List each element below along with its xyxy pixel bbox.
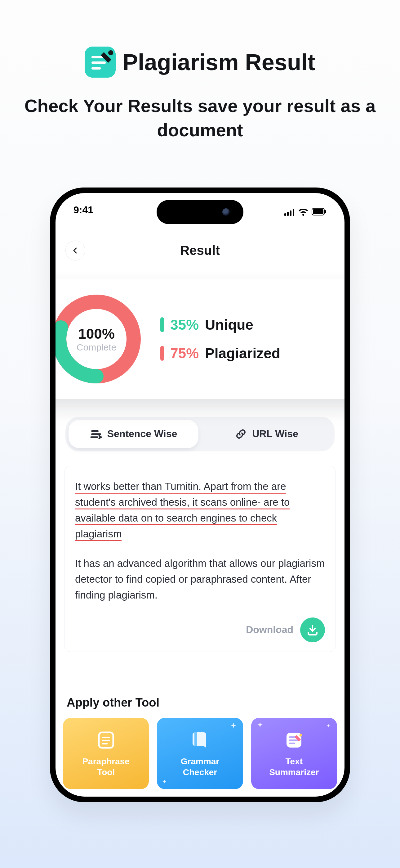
tool-summarizer[interactable]: Text Summarizer [251, 718, 337, 789]
plagiarized-bar-icon [160, 346, 164, 361]
flagged-text: It works better than Turnitin. Apart fro… [75, 480, 286, 494]
tab-url-label: URL Wise [252, 428, 298, 440]
battery-icon [312, 207, 327, 214]
phone-screen: 9:41 Result [56, 193, 344, 797]
svg-rect-3 [92, 67, 101, 69]
page-title: Result [180, 243, 220, 258]
phone-frame: 9:41 Result [50, 187, 350, 802]
svg-rect-5 [284, 213, 286, 216]
completion-donut: 100% Complete [56, 292, 143, 385]
flagged-text: available data on to search engines to c… [75, 512, 277, 525]
sparkle-icon [327, 724, 330, 728]
flagged-text: plagiarism [75, 528, 122, 541]
svg-rect-2 [92, 61, 106, 64]
hero-title-text: Plagiarism Result [123, 49, 315, 75]
download-label: Download [246, 624, 293, 636]
plagiarized-row: 75% Plagiarized [160, 345, 280, 362]
link-icon [235, 428, 247, 440]
flagged-text: student's archived thesis, it scans onli… [75, 496, 290, 509]
sparkle-icon [231, 723, 236, 728]
svg-rect-20 [194, 732, 197, 746]
hero-subtitle: Check Your Results save your result as a… [0, 94, 400, 143]
unique-label: Unique [205, 316, 253, 333]
tool-label: Checker [181, 767, 220, 778]
svg-rect-24 [289, 743, 295, 744]
app-header: Result [56, 237, 344, 265]
unique-row: 35% Unique [160, 316, 280, 333]
svg-rect-7 [290, 211, 292, 216]
grammar-icon [189, 729, 211, 751]
back-button[interactable] [65, 241, 85, 260]
plagiarized-percent: 75% [170, 345, 199, 362]
tab-sentence-label: Sentence Wise [107, 428, 177, 440]
svg-rect-17 [102, 737, 110, 738]
view-tabs: Sentence Wise URL Wise [65, 416, 335, 452]
svg-rect-11 [325, 210, 326, 213]
summarizer-icon [283, 729, 305, 751]
score-card: 100% Complete 35% Unique 75% Plagiarized [56, 279, 344, 399]
svg-rect-19 [102, 743, 108, 744]
status-time: 9:41 [73, 204, 93, 216]
hero-title: Plagiarism Result [85, 46, 315, 78]
download-button[interactable] [300, 617, 325, 642]
other-tools-row: Paraphrase Tool Grammar Checker [63, 718, 337, 789]
tool-label: Paraphrase [82, 756, 130, 767]
signal-icon [284, 207, 295, 214]
plagiarism-result-icon [85, 46, 116, 78]
sparkle-icon [257, 722, 263, 728]
svg-rect-14 [91, 430, 99, 432]
svg-point-4 [108, 50, 113, 55]
svg-rect-15 [91, 433, 101, 435]
donut-percent: 100% [78, 326, 115, 342]
paraphrase-icon [95, 729, 117, 751]
tab-sentence-wise[interactable]: Sentence Wise [69, 420, 198, 448]
tool-label: Grammar [181, 756, 220, 767]
tool-label: Tool [82, 767, 130, 778]
tool-grammar[interactable]: Grammar Checker [157, 718, 243, 789]
dynamic-island [157, 200, 243, 224]
result-paragraph-1: It works better than Turnitin. Apart fro… [75, 478, 325, 542]
tab-url-wise[interactable]: URL Wise [202, 420, 331, 448]
chevron-left-icon [72, 247, 79, 254]
tool-paraphrase[interactable]: Paraphrase Tool [63, 718, 149, 789]
wifi-icon [299, 207, 308, 214]
svg-rect-8 [293, 209, 294, 216]
svg-rect-18 [102, 740, 110, 741]
tool-label: Text [269, 756, 319, 767]
plagiarized-label: Plagiarized [205, 345, 280, 362]
sparkle-icon [163, 780, 166, 783]
unique-bar-icon [160, 317, 164, 332]
unique-percent: 35% [170, 316, 199, 333]
result-text-card: It works better than Turnitin. Apart fro… [64, 466, 336, 652]
other-tools-title: Apply other Tool [67, 696, 159, 709]
download-icon [306, 624, 319, 636]
svg-rect-10 [313, 209, 324, 214]
sentence-wise-icon [90, 428, 102, 440]
result-paragraph-2: It has an advanced algorithm that allows… [75, 555, 325, 603]
donut-label: Complete [76, 342, 116, 353]
tool-label: Summarizer [269, 767, 319, 778]
svg-rect-6 [287, 212, 289, 216]
